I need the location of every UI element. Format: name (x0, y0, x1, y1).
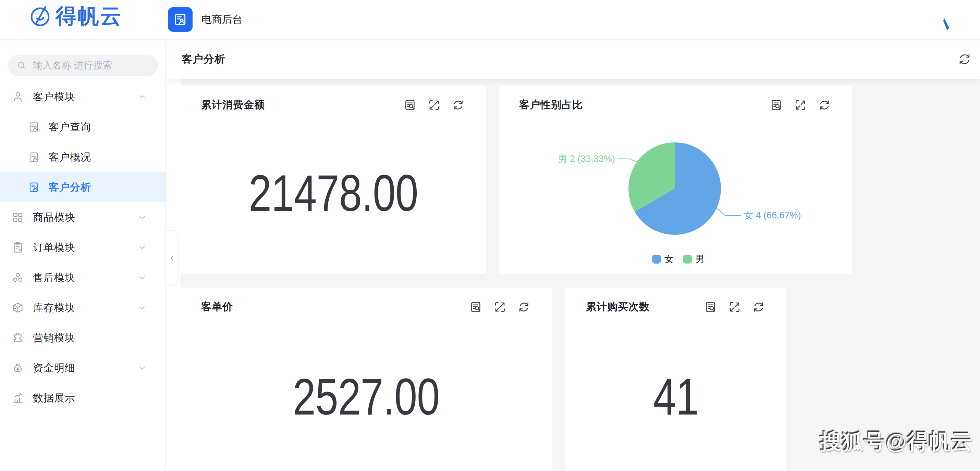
card-body: 2527.00 (181, 314, 552, 471)
card-header: 累计消费金额 (181, 86, 486, 112)
card-avg-order-value: 客单价 (181, 287, 552, 471)
sidebar-menu: 客户模块 客户查询 客户概况 (0, 82, 165, 413)
sidebar-collapse-toggle[interactable] (166, 230, 178, 286)
cursor-artifact (943, 18, 949, 30)
card-title: 客户性别占比 (519, 98, 770, 112)
page-header: 客户分析 (166, 40, 980, 79)
sidebar-item-customer-overview[interactable]: 客户概况 (0, 142, 165, 172)
card-total-spend: 累计消费金额 (181, 86, 486, 274)
sidebar-item-aftersales-module[interactable]: 售后模块 (0, 263, 165, 293)
customer-doc-icon (28, 121, 40, 133)
chevron-left-icon (168, 254, 176, 262)
sidebar-item-label: 客户查询 (49, 120, 91, 134)
sidebar-item-marketing-module[interactable]: 营销模块 (0, 323, 165, 353)
sidebar-item-label: 客户概况 (49, 150, 91, 164)
chevron-up-icon (137, 92, 147, 101)
card-title: 累计消费金额 (201, 98, 404, 112)
refresh-icon[interactable] (752, 301, 765, 314)
sidebar-item-label: 订单模块 (33, 241, 75, 255)
legend-swatch-female[interactable] (652, 255, 661, 263)
sidebar: 客户模块 客户查询 客户概况 (0, 40, 166, 471)
data-view-icon[interactable] (469, 301, 482, 314)
app-tile (168, 7, 192, 32)
card-body: 21478.00 (181, 112, 486, 274)
sidebar-item-label: 客户分析 (49, 181, 91, 194)
chevron-down-icon (137, 303, 147, 312)
card-purchase-count: 累计购买次数 (565, 287, 786, 471)
sidebar-item-product-module[interactable]: 商品模块 (0, 202, 165, 232)
sidebar-item-label: 库存模块 (33, 301, 75, 315)
card-title: 累计购买次数 (586, 300, 704, 314)
user-icon (12, 91, 24, 103)
card-gender-ratio: 男 2 (33.33%) 女 4 (66.67%) 女 男 客户性别占比 (499, 86, 852, 274)
card-header: 客单价 (181, 287, 552, 314)
legend-label-male[interactable]: 男 (695, 254, 705, 264)
chevron-down-icon (137, 213, 147, 222)
app-name: 电商后台 (202, 13, 243, 27)
sidebar-item-label: 售后模块 (33, 271, 75, 285)
sidebar-item-customer-analysis[interactable]: 客户分析 (0, 172, 165, 202)
chevron-down-icon (137, 243, 147, 252)
sidebar-item-inventory-module[interactable]: 库存模块 (0, 293, 165, 323)
pie-label-line-female (716, 208, 741, 215)
metric-avg-order-value: 2527.00 (293, 371, 439, 422)
sidebar-item-order-module[interactable]: 订单模块 (0, 232, 165, 263)
card-header: 客户性别占比 (499, 86, 852, 112)
chevron-down-icon (137, 363, 147, 373)
refresh-icon[interactable] (818, 98, 831, 112)
sidebar-item-fund-details[interactable]: 资金明细 (0, 353, 165, 383)
card-body: 41 (565, 314, 786, 471)
sidebar-item-customer-query[interactable]: 客户查询 (0, 112, 165, 142)
data-view-icon[interactable] (770, 98, 783, 112)
sidebar-item-label: 客户模块 (33, 90, 75, 104)
puzzle-icon (12, 332, 24, 344)
card-title: 客单价 (201, 300, 469, 314)
customer-doc-icon (28, 151, 40, 163)
watermark: 搜狐号@得帆云 (820, 427, 973, 456)
sidebar-item-label: 数据展示 (33, 391, 75, 405)
money-bag-icon (12, 362, 24, 374)
data-view-icon[interactable] (404, 98, 417, 112)
fullscreen-icon[interactable] (493, 301, 506, 314)
search-input[interactable] (32, 60, 154, 71)
package-icon (12, 301, 24, 314)
sidebar-item-label: 商品模块 (33, 211, 75, 225)
page-title: 客户分析 (181, 52, 226, 67)
customer-doc-icon (28, 181, 40, 193)
logo: 得帆云 (29, 5, 123, 27)
sidebar-item-data-display[interactable]: 数据展示 (0, 383, 165, 413)
fullscreen-icon[interactable] (794, 98, 807, 112)
chevron-down-icon (137, 273, 147, 282)
sidebar-item-customer-module[interactable]: 客户模块 (0, 82, 165, 112)
fullscreen-icon[interactable] (728, 301, 741, 314)
pie-label-male: 男 2 (33.33%) (558, 154, 615, 164)
logo-text: 得帆云 (56, 5, 123, 27)
legend-label-female[interactable]: 女 (664, 254, 674, 264)
grid-icon (12, 211, 24, 224)
dashboard-content: 累计消费金额 (181, 79, 980, 471)
sidebar-item-label: 营销模块 (33, 331, 75, 345)
metric-total-spend: 21478.00 (248, 167, 418, 219)
search-icon (16, 60, 27, 70)
sidebar-search[interactable] (8, 55, 158, 76)
card-actions (704, 301, 765, 314)
data-view-icon[interactable] (704, 301, 717, 314)
refresh-icon[interactable] (452, 98, 465, 112)
pie-legend: 女 男 (652, 254, 705, 264)
cubes-icon (12, 271, 24, 284)
pie-label-female: 女 4 (66.67%) (744, 210, 801, 220)
customer-doc-icon (173, 12, 188, 27)
card-actions (770, 98, 831, 112)
pie-label-line-male (618, 159, 636, 162)
gender-pie-chart: 男 2 (33.33%) 女 4 (66.67%) 女 男 (499, 86, 852, 274)
metric-purchase-count: 41 (654, 371, 699, 422)
order-clipboard-icon (12, 241, 24, 254)
fullscreen-icon[interactable] (428, 98, 441, 112)
topbar: 得帆云 电商后台 (0, 0, 980, 40)
page-refresh-icon[interactable] (958, 52, 972, 67)
refresh-icon[interactable] (517, 301, 530, 314)
legend-swatch-male[interactable] (683, 255, 692, 263)
card-actions (469, 301, 530, 314)
sidebar-item-label: 资金明细 (33, 361, 75, 375)
app-chip-ecommerce-backend[interactable]: 电商后台 (168, 7, 243, 32)
